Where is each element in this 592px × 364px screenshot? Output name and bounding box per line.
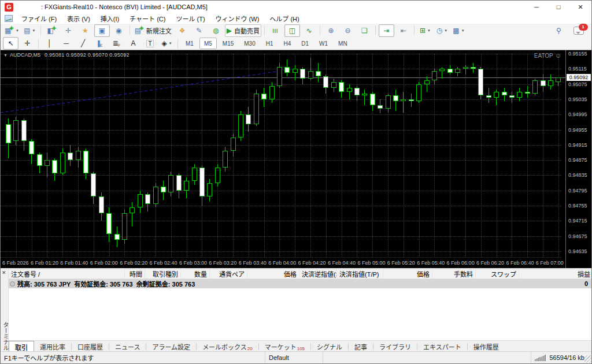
column-header[interactable]: 注文番号 / xyxy=(9,269,125,278)
timeframe-w1-button[interactable]: W1 xyxy=(314,38,332,49)
tab-アラーム設定[interactable]: アラーム設定 xyxy=(146,341,196,352)
price-axis[interactable]: 0.951550.951150.950750.950350.949950.949… xyxy=(565,50,592,269)
column-header[interactable]: 価格 xyxy=(383,269,432,278)
status-connection[interactable]: 56594/16 kb xyxy=(531,352,592,363)
tab-label: ニュース xyxy=(115,342,140,351)
tab-シグナル[interactable]: シグナル xyxy=(311,341,348,352)
metaeditor-button[interactable]: ✎ xyxy=(191,24,207,37)
menu-item[interactable]: ツール (T) xyxy=(171,13,210,24)
autotrading-button[interactable]: ▶自動売買 xyxy=(225,24,261,37)
time-axis[interactable]: 6 Feb 20266 Feb 01:206 Feb 01:406 Feb 02… xyxy=(1,260,565,268)
periods-button[interactable]: ◷▼ xyxy=(434,24,450,37)
tab-ライブラリ[interactable]: ライブラリ xyxy=(373,341,417,352)
tab-マーケット[interactable]: マーケット105 xyxy=(259,341,310,352)
timeframe-h4-button[interactable]: H4 xyxy=(279,38,296,49)
tab-口座履歴[interactable]: 口座履歴 xyxy=(72,341,109,352)
collapse-arrow-icon[interactable]: ▼ xyxy=(3,53,8,57)
chart-header[interactable]: ▼ AUDCAD,M5 0.95081 0.95092 0.95070 0.95… xyxy=(3,52,130,58)
menu-item[interactable]: ヘルプ (H) xyxy=(264,13,304,24)
text-button[interactable]: A xyxy=(125,37,141,50)
timeframe-mn-button[interactable]: MN xyxy=(334,38,352,49)
vertical-line-button[interactable]: │ xyxy=(42,37,57,50)
candle-body xyxy=(68,153,73,160)
horizontal-line-button[interactable]: ─ xyxy=(58,37,74,50)
column-header[interactable]: 時間 xyxy=(125,269,145,278)
column-header[interactable]: 数量 xyxy=(181,269,210,278)
terminal-panel-button[interactable]: ▣ xyxy=(94,24,110,37)
menu-item[interactable]: ウィンドウ (W) xyxy=(210,13,265,24)
strategy-tester-button[interactable]: ◉ xyxy=(111,24,127,37)
indicators-button[interactable]: ⊞▼ xyxy=(417,24,433,37)
timeframe-m15-button[interactable]: M15 xyxy=(218,38,238,49)
line-chart-mode-button[interactable]: ∿ xyxy=(301,24,317,37)
column-header[interactable]: 通貨ペア xyxy=(210,269,247,278)
column-header[interactable]: 損益 xyxy=(519,269,592,278)
timeframe-m1-button[interactable]: M1 xyxy=(181,38,198,49)
tab-取引[interactable]: 取引 xyxy=(9,341,34,352)
column-header[interactable]: 決済指値(T/P) xyxy=(337,269,383,278)
tab-メールボックス[interactable]: メールボックス20 xyxy=(197,341,258,352)
profiles-button[interactable]: ▤▼ xyxy=(22,24,38,37)
timeframe-h1-button[interactable]: H1 xyxy=(261,38,278,49)
new-chart-button[interactable]: ▦✚▼ xyxy=(3,24,21,37)
arrows-button[interactable]: ◈▼ xyxy=(159,37,175,50)
menu-item[interactable]: ファイル (F) xyxy=(16,13,62,24)
tab-ニュース[interactable]: ニュース xyxy=(109,341,146,352)
tab-運用比率[interactable]: 運用比率 xyxy=(34,341,71,352)
menu-item[interactable]: 挿入(I) xyxy=(95,13,124,24)
cursor-button[interactable]: ↖ xyxy=(3,37,18,50)
status-profile[interactable]: Default xyxy=(265,352,323,363)
candlestick-mode-button[interactable]: ◫ xyxy=(284,24,300,37)
menu-item[interactable]: 表示 (V) xyxy=(62,13,95,24)
megaphone-button[interactable]: ❖ xyxy=(175,24,190,37)
candle-body xyxy=(378,105,383,109)
candle-body xyxy=(424,80,430,84)
tab-記事[interactable]: 記事 xyxy=(349,341,373,352)
new-order-button[interactable]: ▤✚新規注文 xyxy=(133,24,173,37)
minimize-button[interactable]: ─ xyxy=(526,1,547,13)
menu-item[interactable]: チャート (C) xyxy=(124,13,171,24)
text-label-button[interactable]: T xyxy=(142,37,158,50)
timeframe-d1-button[interactable]: D1 xyxy=(297,38,313,49)
balance-row[interactable]: 残高: 305 763 JPY 有効証拠金: 305 763 余剰証拠金: 30… xyxy=(9,279,592,288)
close-button[interactable]: ✕ xyxy=(569,1,591,13)
navigator-button[interactable]: ★ xyxy=(77,24,93,37)
expert-advisor-label[interactable]: EATOP ☺ xyxy=(534,52,561,59)
candle-body xyxy=(130,207,135,213)
timeframe-m5-button[interactable]: M5 xyxy=(199,38,217,49)
connectivity-button[interactable]: ◍ xyxy=(208,24,224,37)
candle-body xyxy=(517,92,522,98)
candle-body xyxy=(486,95,491,97)
fibonacci-button[interactable]: ≣F xyxy=(109,37,124,50)
templates-button[interactable]: ▩▼ xyxy=(451,24,467,37)
column-header[interactable]: 手数料 xyxy=(432,269,476,278)
tab-エキスパート[interactable]: エキスパート xyxy=(417,341,467,352)
crosshair-button[interactable]: ✛ xyxy=(20,37,35,50)
notifications-icon[interactable]: 1 xyxy=(571,24,586,37)
maximize-button[interactable]: □ xyxy=(547,1,569,13)
market-watch-button[interactable]: ◧✚ xyxy=(44,24,60,37)
resize-grip[interactable] xyxy=(584,355,592,363)
chart-window-icon[interactable] xyxy=(5,15,13,22)
chart-plot-area[interactable]: ▼ AUDCAD,M5 0.95081 0.95092 0.95070 0.95… xyxy=(1,50,565,269)
terminal-close-icon[interactable]: ✕ xyxy=(2,270,6,276)
equidistant-channel-button[interactable]: ∥E xyxy=(92,37,108,50)
candle-wick xyxy=(427,76,427,91)
chart-shift-button[interactable]: ⇤ xyxy=(395,24,411,37)
bar-chart-mode-button[interactable]: ||| xyxy=(268,24,283,37)
column-header[interactable]: 取引種別 xyxy=(145,269,181,278)
timeframe-m30-button[interactable]: M30 xyxy=(239,38,260,49)
data-window-button[interactable]: ✛ xyxy=(61,24,76,37)
zoom-out-button[interactable]: ⊖ xyxy=(340,24,356,37)
column-header[interactable]: 価格 xyxy=(247,269,299,278)
zoom-in-button[interactable]: ⊕ xyxy=(323,24,339,37)
column-header[interactable]: 決済逆指値(S/... xyxy=(299,269,337,278)
column-header[interactable]: スワップ xyxy=(476,269,519,278)
connection-bars-icon xyxy=(535,354,546,361)
tab-操作履歴[interactable]: 操作履歴 xyxy=(468,341,505,352)
chart-symbol-label: AUDCAD,M5 xyxy=(10,52,40,58)
trendline-button[interactable]: ╱ xyxy=(75,37,91,50)
search-icon[interactable]: ⚲ xyxy=(551,24,567,37)
auto-scroll-button[interactable]: ⇥ xyxy=(379,24,394,37)
tile-windows-button[interactable]: ❏ xyxy=(357,24,372,37)
